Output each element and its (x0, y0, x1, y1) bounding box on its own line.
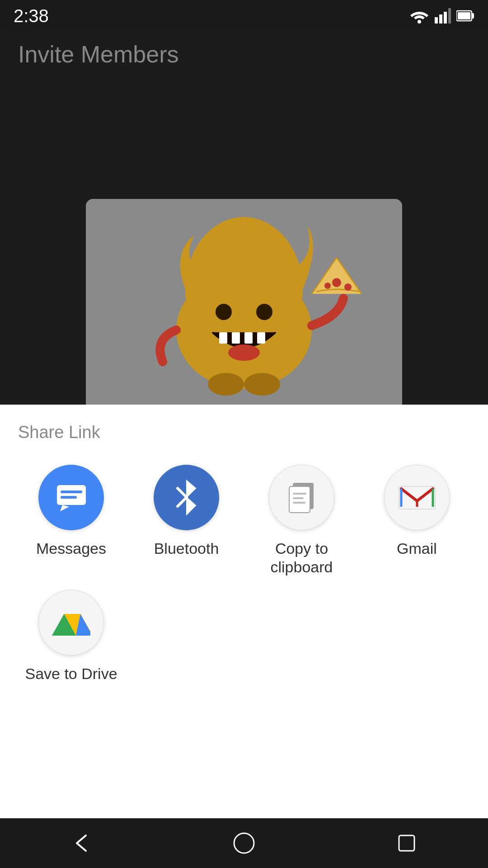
signal-icon (435, 8, 451, 24)
share-sheet: Share Link Messages (0, 405, 488, 868)
home-button[interactable] (226, 825, 262, 861)
drive-label: Save to Drive (25, 665, 117, 683)
svg-rect-33 (399, 835, 414, 851)
status-icons (409, 8, 474, 24)
svg-rect-30 (293, 502, 305, 504)
bluetooth-icon (171, 478, 202, 517)
share-grid-row2: Save to Drive (0, 585, 488, 688)
monster-image (86, 199, 402, 411)
svg-point-17 (228, 344, 260, 361)
svg-rect-6 (472, 13, 474, 19)
svg-point-10 (176, 271, 312, 389)
svg-rect-13 (219, 332, 227, 344)
wifi-icon (409, 8, 429, 24)
share-item-clipboard[interactable]: Copy to clipboard (249, 465, 355, 576)
share-link-title: Share Link (0, 405, 488, 456)
svg-rect-24 (61, 491, 82, 493)
gmail-icon (397, 482, 437, 514)
drive-icon (50, 604, 93, 641)
share-item-gmail[interactable]: Gmail (364, 465, 470, 576)
svg-point-12 (256, 304, 272, 320)
svg-point-21 (208, 373, 244, 396)
svg-point-18 (332, 278, 341, 287)
page-title: Invite Members (18, 41, 178, 68)
share-item-drive[interactable]: Save to Drive (18, 590, 124, 683)
svg-rect-4 (448, 8, 451, 24)
recents-button[interactable] (389, 825, 425, 861)
svg-rect-1 (435, 17, 438, 24)
battery-icon (456, 8, 474, 24)
svg-rect-16 (257, 332, 265, 344)
svg-rect-7 (458, 12, 470, 19)
share-grid-row1: Messages Bluetooth (0, 456, 488, 585)
svg-rect-27 (289, 486, 310, 513)
svg-point-22 (244, 373, 280, 396)
share-item-bluetooth[interactable]: Bluetooth (133, 465, 239, 576)
recents-icon (395, 832, 418, 854)
svg-rect-3 (444, 12, 447, 24)
bluetooth-label: Bluetooth (154, 539, 219, 558)
messages-icon-circle (38, 465, 104, 530)
svg-point-19 (344, 283, 352, 291)
gmail-label: Gmail (397, 539, 437, 558)
svg-rect-28 (293, 493, 306, 495)
monster-svg (86, 199, 402, 411)
copy-clipboard-icon (285, 478, 319, 517)
clipboard-icon-circle (269, 465, 334, 530)
messages-label: Messages (36, 539, 106, 558)
svg-rect-29 (293, 497, 304, 499)
back-icon (70, 832, 93, 854)
svg-point-20 (324, 283, 331, 289)
back-button[interactable] (63, 825, 99, 861)
messages-icon (53, 480, 89, 516)
status-bar: 2:38 (0, 0, 488, 32)
svg-rect-23 (57, 485, 86, 505)
svg-rect-2 (439, 14, 442, 24)
drive-icon-circle (38, 590, 104, 656)
clipboard-label: Copy to clipboard (249, 539, 355, 576)
svg-rect-25 (61, 496, 77, 499)
gmail-icon-circle (384, 465, 450, 530)
nav-bar (0, 818, 488, 868)
status-time: 2:38 (14, 6, 49, 26)
svg-point-0 (418, 20, 421, 24)
svg-rect-15 (244, 332, 253, 344)
svg-point-11 (216, 304, 232, 320)
share-item-messages[interactable]: Messages (18, 465, 124, 576)
bluetooth-icon-circle (154, 465, 219, 530)
svg-point-32 (234, 833, 254, 853)
home-icon (233, 832, 255, 854)
svg-rect-14 (232, 332, 240, 344)
